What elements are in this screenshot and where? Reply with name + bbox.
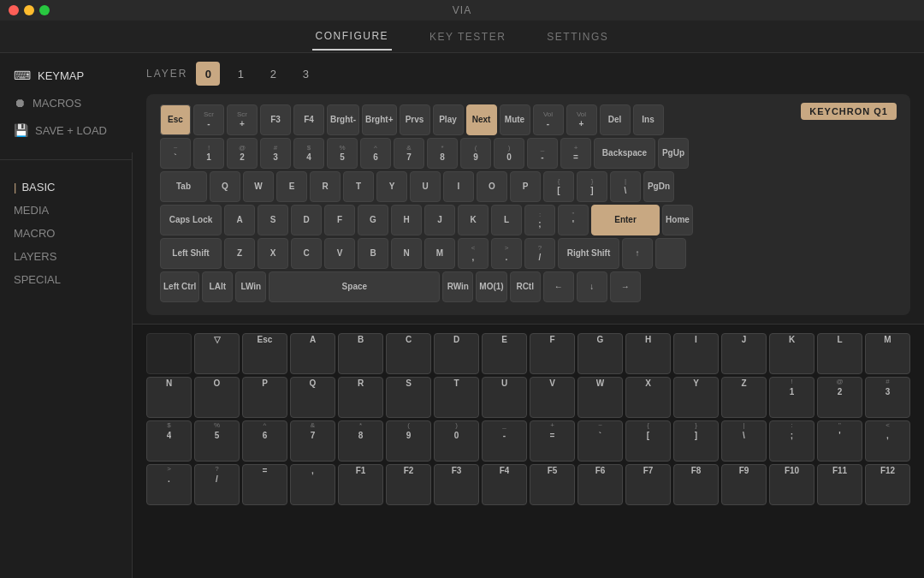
layer-btn-2[interactable]: 2 xyxy=(261,62,285,86)
palette-key-1-1[interactable]: O xyxy=(194,377,240,418)
palette-key-0-6[interactable]: E xyxy=(482,333,527,374)
palette-key-0-5[interactable]: D xyxy=(434,333,479,374)
palette-key-0-0[interactable]: ▽ xyxy=(194,333,240,374)
palette-key-1-5[interactable]: S xyxy=(386,377,431,418)
key-2-10[interactable]: P xyxy=(510,171,541,202)
maximize-button[interactable] xyxy=(39,5,50,15)
key-2-12[interactable]: }] xyxy=(577,171,607,202)
palette-key-1-14[interactable]: @2 xyxy=(817,377,862,418)
layer-btn-3[interactable]: 3 xyxy=(293,62,317,86)
key-0-13[interactable]: Del xyxy=(600,104,631,135)
palette-key-1-15[interactable]: #3 xyxy=(865,377,910,418)
key-3-3[interactable]: D xyxy=(291,205,322,235)
key-2-6[interactable]: Y xyxy=(376,171,407,202)
key-0-11[interactable]: Vol- xyxy=(533,104,564,135)
key-5-1[interactable]: LAlt xyxy=(202,271,233,302)
palette-key-0-7[interactable]: F xyxy=(530,333,575,374)
key-0-2[interactable]: Scr+ xyxy=(227,104,258,135)
key-0-0[interactable]: Esc xyxy=(160,104,191,135)
key-5-3[interactable]: Space xyxy=(269,271,440,302)
key-3-12[interactable]: Enter xyxy=(591,205,660,235)
key-5-8[interactable]: ↓ xyxy=(577,271,607,302)
key-5-6[interactable]: RCtl xyxy=(510,271,541,302)
palette-key-2-15[interactable]: <, xyxy=(865,420,910,462)
palette-key-0-10[interactable]: I xyxy=(673,333,719,374)
key-1-8[interactable]: *8 xyxy=(427,138,458,169)
palette-key-0-14[interactable]: M xyxy=(865,333,910,374)
key-2-8[interactable]: I xyxy=(443,171,474,202)
palette-key-1-13[interactable]: !1 xyxy=(769,377,814,418)
key-1-10[interactable]: )0 xyxy=(494,138,524,169)
palette-key-2-5[interactable]: (9 xyxy=(386,420,431,462)
key-5-9[interactable]: → xyxy=(610,271,641,302)
key-4-4[interactable]: V xyxy=(324,238,355,269)
key-1-11[interactable]: _- xyxy=(527,138,558,169)
palette-key-1-10[interactable]: X xyxy=(625,377,671,418)
palette-key-2-9[interactable]: ~` xyxy=(578,420,623,462)
palette-key-3-13[interactable]: F10 xyxy=(769,464,814,505)
palette-key-2-14[interactable]: "' xyxy=(817,420,862,462)
palette-key-2-12[interactable]: |\ xyxy=(721,420,767,462)
palette-key-1-4[interactable]: R xyxy=(338,377,383,418)
key-5-7[interactable]: ← xyxy=(543,271,574,302)
palette-key-3-12[interactable]: F9 xyxy=(721,464,767,505)
layer-btn-1[interactable]: 1 xyxy=(228,62,252,86)
palette-key-0-11[interactable]: J xyxy=(721,333,767,374)
palette-key-1-9[interactable]: W xyxy=(578,377,623,418)
key-1-13[interactable]: Backspace xyxy=(594,138,655,169)
palette-key-3-15[interactable]: F12 xyxy=(865,464,910,505)
key-1-7[interactable]: &7 xyxy=(394,138,424,169)
key-2-2[interactable]: W xyxy=(243,171,274,202)
key-1-4[interactable]: $4 xyxy=(293,138,324,169)
key-0-3[interactable]: F3 xyxy=(260,104,291,135)
palette-key-0-3[interactable]: B xyxy=(338,333,383,374)
key-4-2[interactable]: X xyxy=(258,238,288,269)
palette-key-1-3[interactable]: Q xyxy=(290,377,335,418)
sidebar-bottom-special[interactable]: SPECIAL xyxy=(0,268,132,291)
key-1-5[interactable]: %5 xyxy=(327,138,358,169)
key-3-5[interactable]: G xyxy=(358,205,388,235)
palette-key-0-12[interactable]: K xyxy=(769,333,814,374)
palette-key-0-8[interactable]: G xyxy=(578,333,623,374)
palette-key-3-10[interactable]: F7 xyxy=(625,464,671,505)
key-3-11[interactable]: "' xyxy=(558,205,589,235)
key-4-11[interactable]: Right Shift xyxy=(558,238,619,269)
palette-key-1-2[interactable]: P xyxy=(242,377,287,418)
palette-key-2-13[interactable]: :; xyxy=(769,420,814,462)
key-5-5[interactable]: MO(1) xyxy=(476,271,506,302)
palette-key-1-6[interactable]: T xyxy=(434,377,479,418)
palette-key-3-0[interactable]: >. xyxy=(146,464,192,505)
key-2-4[interactable]: R xyxy=(310,171,341,202)
palette-key-2-11[interactable]: }] xyxy=(673,420,719,462)
key-0-12[interactable]: Vol+ xyxy=(566,104,597,135)
key-2-1[interactable]: Q xyxy=(210,171,240,202)
nav-item-configure[interactable]: CONFIGURE xyxy=(312,23,393,51)
layer-btn-0[interactable]: 0 xyxy=(196,62,220,86)
key-2-0[interactable]: Tab xyxy=(160,171,207,202)
key-3-7[interactable]: J xyxy=(424,205,455,235)
palette-key-2-7[interactable]: _- xyxy=(482,420,527,462)
key-2-11[interactable]: {[ xyxy=(543,171,574,202)
key-1-3[interactable]: #3 xyxy=(260,138,291,169)
key-4-3[interactable]: C xyxy=(291,238,322,269)
palette-key-0-13[interactable]: L xyxy=(817,333,862,374)
close-button[interactable] xyxy=(9,5,19,15)
key-0-5[interactable]: Brght- xyxy=(327,104,359,135)
key-2-3[interactable]: E xyxy=(276,171,307,202)
key-4-7[interactable]: M xyxy=(424,238,455,269)
palette-key-2-8[interactable]: += xyxy=(530,420,575,462)
key-1-6[interactable]: ^6 xyxy=(360,138,391,169)
palette-key-2-0[interactable]: $4 xyxy=(146,420,192,462)
key-0-1[interactable]: Scr- xyxy=(193,104,224,135)
key-2-5[interactable]: T xyxy=(343,171,374,202)
key-5-0[interactable]: Left Ctrl xyxy=(160,271,199,302)
key-0-7[interactable]: Prvs xyxy=(400,104,430,135)
key-2-13[interactable]: |\ xyxy=(610,171,641,202)
key-3-0[interactable]: Caps Lock xyxy=(160,205,222,235)
palette-key-2-4[interactable]: *8 xyxy=(338,420,383,462)
key-1-1[interactable]: !1 xyxy=(193,138,224,169)
sidebar-item-save-load[interactable]: 💾SAVE + LOAD xyxy=(0,116,133,144)
palette-key-0-2[interactable]: A xyxy=(290,333,335,374)
palette-key-1-7[interactable]: U xyxy=(482,377,527,418)
key-0-10[interactable]: Mute xyxy=(500,104,530,135)
